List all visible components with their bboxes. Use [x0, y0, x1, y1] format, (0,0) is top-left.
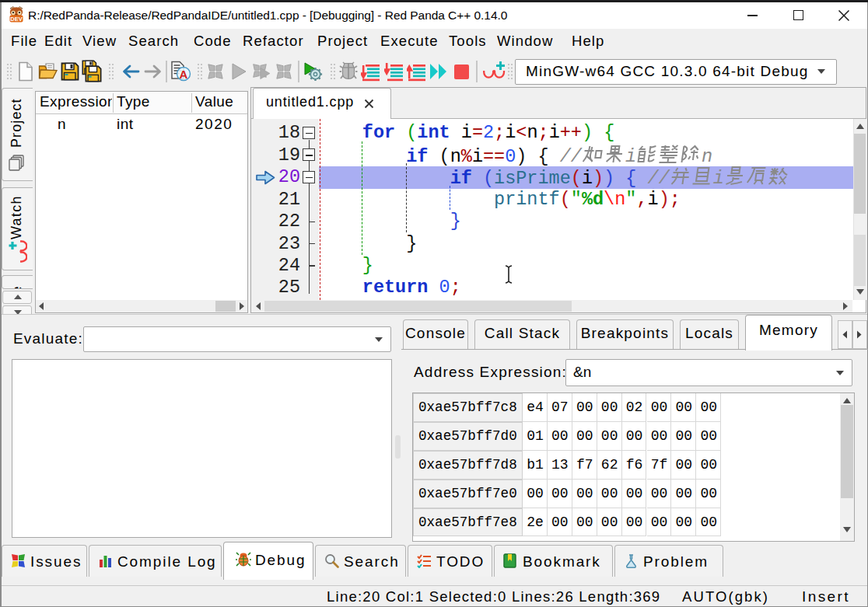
- svg-text:DEV: DEV: [10, 16, 22, 23]
- svg-text:A: A: [180, 68, 188, 81]
